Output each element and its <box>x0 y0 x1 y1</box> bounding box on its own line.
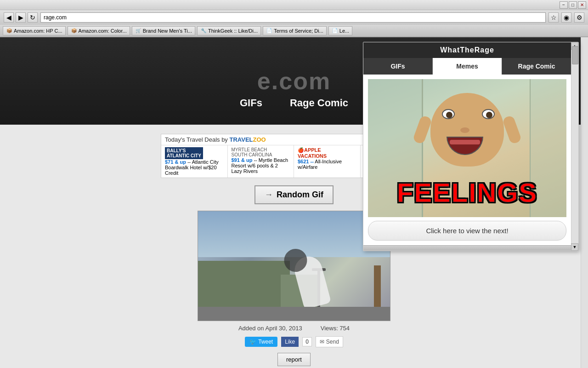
deal-brand-1: BALLY'SATLANTIC CITY <box>165 147 224 159</box>
title-bar-buttons[interactable]: − □ ✕ <box>560 1 586 9</box>
gif-palm-trunk <box>374 265 381 307</box>
bookmark-icon-amazon-hp: 📦 <box>6 28 12 34</box>
report-label: report <box>286 356 302 363</box>
bookmark-icon[interactable]: ◉ <box>561 12 571 23</box>
maximize-button[interactable]: □ <box>569 1 577 9</box>
popup-title-bar: WhatTheRage <box>363 42 571 58</box>
twitter-bird-icon: 🐦 <box>249 339 256 345</box>
like-count: 0 <box>302 337 312 346</box>
gif-building-left <box>198 261 290 307</box>
travel-deal-1: BALLY'SATLANTIC CITY $71 & up -- Atlanti… <box>161 145 228 178</box>
like-label: Like <box>285 339 295 345</box>
page-area: e.com GIFs Rage Comic Today's Travel Dea… <box>0 37 588 368</box>
bookmark-amazon-hp[interactable]: 📦 Amazon.com: HP C... <box>3 26 66 35</box>
bookmark-icon-tos: 📄 <box>266 28 272 34</box>
random-gif-label: Random Gif <box>277 190 323 200</box>
nav-rage-comic[interactable]: Rage Comic <box>290 97 348 109</box>
bookmarks-bar: 📦 Amazon.com: HP C... 📦 Amazon.com: Colo… <box>0 25 588 37</box>
browser-scrollbar[interactable] <box>581 37 588 368</box>
bookmark-icon-brandnew: 🛒 <box>135 28 141 34</box>
popup-title: WhatTheRage <box>440 46 494 54</box>
popup-scroll-thumb[interactable] <box>572 46 578 64</box>
social-row: 🐦 Tweet Like 0 ✉ Send <box>245 336 343 347</box>
popup-next-button[interactable]: Click here to view the next! <box>368 221 566 241</box>
arrow-icon: → <box>265 190 273 200</box>
deal-price-3: $621 -- <box>298 159 314 164</box>
address-bar-row: ◀ ▶ ↻ rage.com ☆ ◉ ⚙ <box>0 10 588 25</box>
nav-gifs[interactable]: GIFs <box>240 97 262 109</box>
popup-tab-rage-comic[interactable]: Rage Comic <box>502 58 571 75</box>
baby-teeth <box>450 140 480 144</box>
baby-mouth <box>447 137 483 155</box>
send-icon: ✉ <box>320 339 324 345</box>
popup-tab-gifs[interactable]: GIFs <box>363 58 433 75</box>
brand-box-1: BALLY'SATLANTIC CITY <box>165 147 203 159</box>
baby-face-container <box>421 84 513 190</box>
meme-image: FEELINGS <box>368 79 566 217</box>
travel-deal-3: 🍎APPLEVACATIONS $621 -- All-Inclusive w/… <box>294 145 361 178</box>
travel-deal-2: MYRTLE BEACHSOUTH CAROLINA $91 & up -- M… <box>228 145 294 178</box>
tweet-label: Tweet <box>258 339 273 345</box>
deal-price-2: $91 & up <box>232 157 253 163</box>
travel-logo: TRAVELZOO <box>230 136 266 143</box>
baby-nose <box>460 127 469 133</box>
travel-header-text: Today's Travel Deals by <box>165 136 230 143</box>
send-button[interactable]: ✉ Send <box>316 336 343 347</box>
brand-text-3: 🍎APPLEVACATIONS <box>298 147 327 159</box>
popup-tabs: GIFs Memes Rage Comic <box>363 58 571 75</box>
like-button[interactable]: Like <box>281 337 299 347</box>
popup-panel: ▲ ▼ WhatTheRage GIFs Memes Rage Comic <box>363 42 579 251</box>
back-button[interactable]: ◀ <box>4 12 14 23</box>
site-title: e.com <box>257 67 331 95</box>
popup-content: FEELINGS Click here to view the next! <box>363 75 571 245</box>
bookmark-brandnew[interactable]: 🛒 Brand New Men's Ti... <box>132 26 195 35</box>
gif-views: Views: 754 <box>321 325 350 332</box>
popup-scroll-down[interactable]: ▼ <box>571 243 578 251</box>
report-button[interactable]: report <box>277 353 311 366</box>
baby-eye-right <box>482 109 495 119</box>
bookmark-amazon-color[interactable]: 📦 Amazon.com: Color... <box>68 26 130 35</box>
minimize-button[interactable]: − <box>560 1 568 9</box>
bookmark-icon-amazon-color: 📦 <box>71 28 77 34</box>
title-bar: − □ ✕ <box>0 0 588 10</box>
baby-pupil-right <box>486 112 492 118</box>
address-text: rage.com <box>44 14 67 21</box>
popup-bottom-bar <box>363 245 571 251</box>
popup-tab-gifs-label: GIFs <box>390 63 405 70</box>
address-input[interactable]: rage.com <box>40 12 546 23</box>
deal-price-1: $71 & up <box>165 159 186 165</box>
star-icon[interactable]: ☆ <box>548 12 559 23</box>
baby-pupil-left <box>446 112 452 118</box>
close-button[interactable]: ✕ <box>578 1 586 9</box>
deal-brand-2: MYRTLE BEACHSOUTH CAROLINA <box>232 147 290 157</box>
bookmark-icon-thinkgeek: 🔧 <box>200 28 207 34</box>
forward-button[interactable]: ▶ <box>16 12 26 23</box>
popup-scrollbar[interactable]: ▲ ▼ <box>571 42 578 251</box>
nav-icons[interactable]: ◀ ▶ ↻ <box>4 12 38 23</box>
bookmark-thinkgeek[interactable]: 🔧 ThinkGeek :: Like/Di... <box>197 26 261 35</box>
bookmark-tos[interactable]: 📄 Terms of Service; Di... <box>263 26 327 35</box>
popup-tab-rage-label: Rage Comic <box>518 63 555 70</box>
bookmark-icon-le: 📄 <box>332 28 338 34</box>
popup-tab-memes[interactable]: Memes <box>433 58 502 75</box>
popup-next-label: Click here to view the next! <box>426 227 508 235</box>
gif-meta: Added on April 30, 2013 Views: 754 <box>238 325 350 332</box>
popup-tab-memes-label: Memes <box>456 63 478 70</box>
baby-head <box>430 93 504 167</box>
random-gif-button[interactable]: → Random Gif <box>254 185 334 204</box>
deal-brand-3: 🍎APPLEVACATIONS <box>298 147 356 159</box>
meme-text: FEELINGS <box>368 177 566 208</box>
bookmark-le[interactable]: 📄 Le... <box>328 26 352 35</box>
refresh-button[interactable]: ↻ <box>28 12 38 23</box>
baby-eye-left <box>442 109 455 119</box>
gif-container <box>198 211 390 321</box>
tweet-button[interactable]: 🐦 Tweet <box>245 337 277 347</box>
gif-road <box>198 307 390 321</box>
gif-added-date: Added on April 30, 2013 <box>238 325 302 332</box>
popup-inner: WhatTheRage GIFs Memes Rage Comic <box>363 42 571 251</box>
brand-text-2: MYRTLE BEACHSOUTH CAROLINA <box>232 147 272 157</box>
send-label: Send <box>326 339 339 345</box>
tools-icon[interactable]: ⚙ <box>574 12 584 23</box>
